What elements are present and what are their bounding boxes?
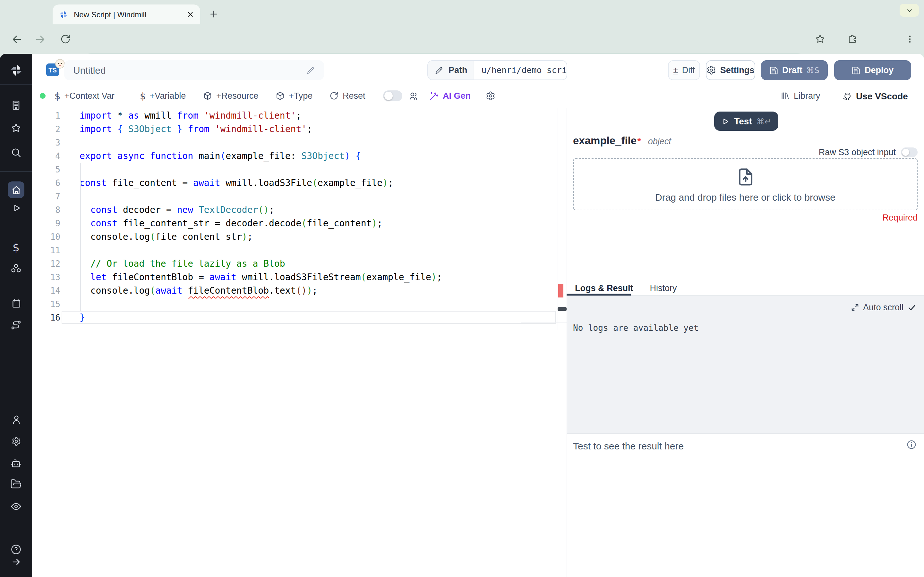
diff-mode-toggle[interactable] bbox=[383, 85, 402, 106]
code-token: } bbox=[79, 312, 85, 322]
pencil-icon[interactable] bbox=[306, 66, 315, 75]
required-asterisk: * bbox=[637, 135, 641, 146]
tab-search-button[interactable] bbox=[900, 4, 919, 17]
magic-wand-icon bbox=[429, 91, 439, 101]
sidebar-item-schedules[interactable] bbox=[8, 295, 24, 312]
tab-logs-result[interactable]: Logs & Result bbox=[567, 280, 642, 295]
sidebar-item-runs[interactable] bbox=[8, 199, 24, 216]
code-line-3[interactable]: 3 bbox=[32, 135, 567, 149]
tab-history[interactable]: History bbox=[642, 280, 685, 295]
impersonate-button[interactable] bbox=[408, 85, 418, 106]
code-token: const bbox=[79, 177, 107, 187]
sidebar-item-flows[interactable] bbox=[8, 316, 24, 333]
editor-settings-button[interactable] bbox=[486, 85, 495, 106]
file-dropzone[interactable]: Drag and drop files here or click to bro… bbox=[573, 158, 918, 210]
add-variable-button[interactable]: $ +Variable bbox=[140, 85, 186, 106]
settings-button[interactable]: Settings bbox=[706, 60, 755, 80]
browser-menu-icon[interactable] bbox=[903, 33, 916, 45]
code-token: } bbox=[177, 123, 183, 134]
code-line-7[interactable]: 7 bbox=[32, 189, 567, 203]
code-line-6[interactable]: 6const file_content = await wmill.loadS3… bbox=[32, 176, 567, 189]
sidebar-item-workspace[interactable] bbox=[8, 97, 24, 113]
code-token: as bbox=[128, 110, 139, 120]
code-token: file_content_str = decoder.decode bbox=[118, 218, 301, 228]
sidebar: $ bbox=[0, 54, 32, 577]
add-type-button[interactable]: +Type bbox=[275, 85, 312, 106]
code-line-13[interactable]: 13 let fileContentBlob = await wmill.loa… bbox=[32, 270, 567, 284]
sidebar-item-workers[interactable] bbox=[8, 455, 24, 472]
info-icon[interactable] bbox=[906, 439, 917, 450]
diff-button[interactable]: ± Diff bbox=[668, 60, 700, 80]
draft-button[interactable]: Draft ⌘S bbox=[761, 60, 828, 80]
code-line-8[interactable]: 8 const decoder = new TextDecoder(); bbox=[32, 203, 567, 216]
code-text: console.log(await fileContentBlob.text()… bbox=[79, 284, 318, 297]
chevron-down-icon bbox=[905, 6, 913, 15]
autoscroll-control[interactable]: Auto scroll bbox=[851, 303, 916, 312]
settings-label: Settings bbox=[720, 65, 754, 75]
code-line-12[interactable]: 12 // Or load the file lazily as a Blob bbox=[32, 257, 567, 270]
extensions-icon[interactable] bbox=[846, 33, 859, 45]
expand-icon[interactable] bbox=[851, 303, 859, 311]
sidebar-item-folders[interactable] bbox=[8, 476, 24, 492]
code-token: ; bbox=[312, 285, 318, 295]
sidebar-item-favorites[interactable] bbox=[8, 120, 24, 137]
reset-button[interactable]: Reset bbox=[329, 85, 365, 106]
ai-gen-label: AI Gen bbox=[443, 91, 471, 101]
close-tab-icon[interactable] bbox=[186, 10, 194, 19]
app-window: $ TS Untitled Path u/henri/demo_script ±… bbox=[0, 54, 924, 577]
editor-bottom-line bbox=[521, 309, 567, 310]
code-text: let fileContentBlob = await wmill.loadS3… bbox=[79, 270, 442, 284]
code-token: ( bbox=[150, 285, 155, 295]
code-line-5[interactable]: 5 bbox=[32, 163, 567, 176]
code-text: const decoder = new TextDecoder(); bbox=[79, 203, 274, 216]
forward-button[interactable] bbox=[33, 33, 46, 45]
back-button[interactable] bbox=[10, 33, 23, 45]
raw-s3-toggle[interactable] bbox=[901, 147, 918, 157]
ai-gen-button[interactable]: AI Gen bbox=[429, 85, 471, 106]
line-number: 12 bbox=[32, 257, 60, 270]
use-vscode-button[interactable]: Use VScode bbox=[842, 85, 908, 106]
screen: New Script | Windmill app.windmill.dev/s… bbox=[0, 0, 924, 577]
code-token bbox=[112, 150, 118, 161]
code-line-11[interactable]: 11 bbox=[32, 243, 567, 257]
building-icon bbox=[10, 99, 22, 111]
sidebar-item-variables[interactable]: $ bbox=[8, 239, 24, 256]
add-context-var-button[interactable]: $ +Context Var bbox=[55, 85, 115, 106]
code-token: ) bbox=[372, 218, 377, 228]
code-line-10[interactable]: 10 console.log(file_content_str); bbox=[32, 230, 567, 243]
script-title-field[interactable]: Untitled bbox=[64, 60, 324, 80]
sidebar-item-audit-logs[interactable] bbox=[8, 498, 24, 515]
code-line-4[interactable]: 4export async function main(example_file… bbox=[32, 149, 567, 163]
browser-tab[interactable]: New Script | Windmill bbox=[53, 5, 200, 24]
browser-chrome: New Script | Windmill app.windmill.dev/s… bbox=[0, 0, 924, 54]
deploy-button[interactable]: Deploy bbox=[834, 60, 911, 80]
library-button[interactable]: Library bbox=[780, 85, 821, 106]
code-line-15[interactable]: 15 bbox=[32, 297, 567, 311]
sidebar-item-expand-sidebar[interactable] bbox=[8, 553, 24, 570]
script-emoji-badge[interactable] bbox=[55, 59, 65, 69]
code-line-9[interactable]: 9 const file_content_str = decoder.decod… bbox=[32, 216, 567, 230]
new-tab-button[interactable] bbox=[208, 8, 220, 20]
code-line-16[interactable]: 16} bbox=[32, 311, 567, 324]
code-line-1[interactable]: 1import * as wmill from 'windmill-client… bbox=[32, 109, 567, 122]
reload-button[interactable] bbox=[59, 33, 72, 45]
path-chip[interactable]: Path u/henri/demo_script bbox=[427, 60, 567, 80]
add-resource-button[interactable]: +Resource bbox=[203, 85, 258, 106]
line-number: 16 bbox=[32, 311, 60, 324]
code-token: ; bbox=[307, 123, 312, 134]
horizontal-scrollbar[interactable] bbox=[557, 307, 567, 311]
code-token: * bbox=[112, 110, 128, 120]
sidebar-item-home[interactable] bbox=[8, 181, 24, 198]
sidebar-item-search[interactable] bbox=[8, 144, 24, 161]
code-line-2[interactable]: 2import { S3Object } from 'windmill-clie… bbox=[32, 122, 567, 135]
test-button[interactable]: Test ⌘↵ bbox=[714, 111, 779, 131]
sidebar-item-settings[interactable] bbox=[8, 433, 24, 450]
code-line-14[interactable]: 14 console.log(await fileContentBlob.tex… bbox=[32, 284, 567, 297]
sidebar-item-users[interactable] bbox=[8, 411, 24, 428]
bookmark-star-icon[interactable] bbox=[814, 33, 827, 45]
code-token: wmill.loadS3FileStream bbox=[236, 271, 361, 282]
windmill-logo-icon[interactable] bbox=[8, 61, 24, 78]
sidebar-item-resources[interactable] bbox=[8, 260, 24, 277]
no-logs-text: No logs are available yet bbox=[573, 323, 698, 333]
sidebar-divider bbox=[0, 84, 32, 85]
